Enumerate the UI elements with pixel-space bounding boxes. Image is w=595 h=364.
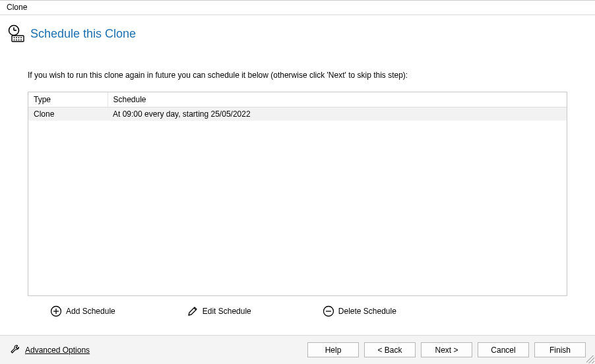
wizard-footer: Advanced Options Help < Back Next > Canc…	[0, 335, 595, 364]
add-schedule-label: Add Schedule	[66, 307, 115, 316]
add-schedule-button[interactable]: Add Schedule	[47, 304, 118, 318]
cell-schedule: At 09:00 every day, starting 25/05/2022	[108, 107, 567, 121]
back-button[interactable]: < Back	[364, 342, 416, 357]
wrench-icon	[9, 343, 21, 357]
svg-point-8	[14, 40, 15, 41]
advanced-options-link[interactable]: Advanced Options	[9, 343, 90, 357]
cell-type: Clone	[28, 107, 108, 121]
advanced-options-label: Advanced Options	[25, 346, 90, 355]
finish-button[interactable]: Finish	[534, 342, 586, 357]
table-header-row: Type Schedule	[28, 92, 567, 107]
schedule-clock-calendar-icon	[7, 24, 25, 43]
plus-circle-icon	[50, 305, 62, 317]
svg-rect-3	[12, 36, 24, 42]
delete-schedule-button[interactable]: Delete Schedule	[320, 304, 399, 318]
table-row[interactable]: Clone At 09:00 every day, starting 25/05…	[28, 107, 567, 121]
cancel-button[interactable]: Cancel	[478, 342, 529, 357]
page-header: Schedule this Clone	[0, 15, 595, 47]
svg-point-5	[16, 37, 17, 38]
edit-schedule-button[interactable]: Edit Schedule	[184, 304, 254, 318]
svg-point-7	[20, 37, 22, 38]
page-body: If you wish to run this clone again in f…	[0, 47, 595, 335]
column-header-type[interactable]: Type	[28, 92, 108, 107]
resize-grip-icon[interactable]	[586, 355, 594, 363]
instruction-text: If you wish to run this clone again in f…	[28, 71, 567, 80]
edit-schedule-label: Edit Schedule	[203, 307, 251, 316]
svg-point-9	[16, 40, 17, 41]
window-titlebar: Clone	[0, 1, 595, 15]
delete-schedule-label: Delete Schedule	[338, 307, 396, 316]
schedule-table-container: Type Schedule Clone At 09:00 every day, …	[28, 92, 567, 296]
clone-wizard-window: Clone Schedule this Clone If you wish to…	[0, 0, 595, 364]
svg-point-4	[14, 37, 15, 38]
minus-circle-icon	[323, 305, 334, 317]
help-button[interactable]: Help	[307, 342, 359, 357]
pencil-icon	[187, 305, 199, 317]
window-title: Clone	[7, 3, 27, 12]
page-title: Schedule this Clone	[30, 27, 136, 41]
column-header-schedule[interactable]: Schedule	[108, 92, 567, 107]
schedule-table[interactable]: Type Schedule Clone At 09:00 every day, …	[28, 92, 567, 121]
schedule-action-row: Add Schedule Edit Schedule	[28, 296, 567, 326]
svg-point-10	[18, 40, 20, 41]
svg-point-6	[18, 37, 20, 38]
svg-point-11	[20, 40, 22, 41]
next-button[interactable]: Next >	[421, 342, 472, 357]
